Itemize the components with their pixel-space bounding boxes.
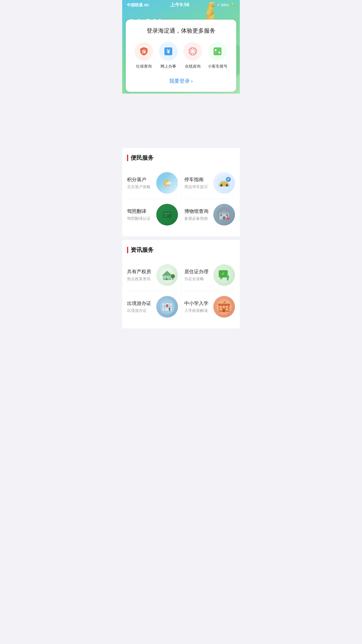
service-hukou-text: 积分落户 北京落户攻略 xyxy=(127,177,156,190)
museum-icon xyxy=(213,204,235,226)
svg-rect-66 xyxy=(224,301,224,304)
consult-icon xyxy=(183,42,202,61)
svg-point-8 xyxy=(215,49,217,51)
info-section: 资讯服务 共有产权房 热点政策资讯 xyxy=(122,240,240,328)
time-label: 上午9:56 xyxy=(170,2,189,8)
svg-rect-20 xyxy=(222,181,224,183)
service-housing-text: 共有产权房 热点政策资讯 xyxy=(127,269,156,282)
social-security-icon: 保 xyxy=(135,42,153,61)
svg-rect-45 xyxy=(173,278,173,280)
svg-text:¥: ¥ xyxy=(167,48,170,55)
svg-rect-63 xyxy=(220,309,222,310)
svg-rect-41 xyxy=(167,276,169,278)
service-hukou[interactable]: 积分落户 北京落户攻略 🌤️ xyxy=(127,167,178,199)
svg-point-44 xyxy=(171,274,175,278)
social-security-label: 社保查询 xyxy=(136,64,152,69)
status-bar: 中国联通 4G 上午9:56 🔒↗88%🔋 xyxy=(122,0,240,9)
info-title-bar xyxy=(127,247,128,253)
login-card: 登录海淀通，体验更多服务 保 社保查询 xyxy=(126,20,236,92)
svg-rect-60 xyxy=(220,306,222,308)
svg-point-9 xyxy=(218,52,220,53)
service-parking[interactable]: 停车指南 周边停车提示 xyxy=(184,167,235,199)
battery-label: 🔒↗88%🔋 xyxy=(211,3,235,7)
service-social-security[interactable]: 保 社保查询 xyxy=(135,42,153,69)
svg-rect-21 xyxy=(224,181,226,183)
school-icon xyxy=(213,296,235,318)
svg-rect-13 xyxy=(164,213,170,214)
login-title: 登录海淀通，体验更多服务 xyxy=(132,27,230,35)
info-title: 资讯服务 xyxy=(127,246,235,254)
convenience-grid: 积分落户 北京落户攻略 🌤️ 驾照翻译 驾照翻译认证 xyxy=(127,167,235,230)
service-online-office[interactable]: ¥ 网上办事 xyxy=(159,42,178,69)
service-car-lottery[interactable]: 小客车摇号 xyxy=(208,42,227,69)
svg-point-24 xyxy=(221,185,222,186)
service-residence-text: 居住证办理 办证全攻略 xyxy=(184,269,213,282)
svg-point-6 xyxy=(192,50,194,52)
service-school-text: 中小学入学 入学政策解读 xyxy=(184,300,213,313)
residence-icon: ✓ xyxy=(213,264,235,286)
online-office-label: 网上办事 xyxy=(160,64,176,69)
svg-rect-61 xyxy=(223,306,225,308)
info-right-col: 居住证办理 办证全攻略 ✓ xyxy=(181,259,235,322)
license-icon xyxy=(156,204,178,226)
service-museum-text: 博物馆查询 参观必备指南 xyxy=(184,208,213,221)
carrier-label: 中国联通 4G xyxy=(127,2,149,8)
svg-point-25 xyxy=(227,185,227,186)
consult-label: 在线咨询 xyxy=(185,64,201,69)
service-residence[interactable]: 居住证办理 办证全攻略 ✓ xyxy=(184,259,235,291)
service-license-text: 驾照翻译 驾照翻译认证 xyxy=(127,208,156,221)
service-housing[interactable]: 共有产权房 热点政策资讯 xyxy=(127,259,178,291)
service-consult[interactable]: 在线咨询 xyxy=(183,42,202,69)
svg-text:P: P xyxy=(227,178,230,181)
title-bar xyxy=(127,155,128,161)
housing-icon xyxy=(156,264,178,286)
hukou-icon: 🌤️ xyxy=(156,172,178,194)
svg-rect-14 xyxy=(164,215,169,215)
service-parking-text: 停车指南 周边停车提示 xyxy=(184,177,213,190)
svg-rect-33 xyxy=(226,214,228,216)
svg-rect-7 xyxy=(214,47,221,55)
svg-rect-42 xyxy=(169,276,171,278)
car-lottery-icon xyxy=(208,42,227,61)
service-museum[interactable]: 博物馆查询 参观必备指南 xyxy=(184,199,235,230)
svg-rect-65 xyxy=(223,309,225,312)
convenience-title: 便民服务 xyxy=(127,154,235,162)
parking-icon: P xyxy=(213,172,235,194)
convenience-left-col: 积分落户 北京落户攻略 🌤️ 驾照翻译 驾照翻译认证 xyxy=(127,167,181,230)
svg-rect-62 xyxy=(226,306,228,308)
convenience-section: 便民服务 积分落户 北京落户攻略 🌤️ 驾照翻译 驾照翻译认证 xyxy=(122,148,240,236)
convenience-right-col: 停车指南 周边停车提示 xyxy=(181,167,235,230)
travel-icon xyxy=(156,296,178,318)
online-office-icon: ¥ xyxy=(159,42,178,61)
info-grid: 共有产权房 热点政策资讯 xyxy=(127,259,235,322)
svg-rect-40 xyxy=(164,276,166,278)
service-travel-text: 出境游办证 出境游办证 xyxy=(127,300,156,313)
login-services: 保 社保查询 ¥ 网上办事 xyxy=(132,42,230,69)
svg-text:✓: ✓ xyxy=(221,271,225,276)
svg-rect-31 xyxy=(223,216,225,219)
login-button[interactable]: 我要登录 › xyxy=(132,76,230,86)
svg-text:保: 保 xyxy=(141,49,146,54)
service-travel[interactable]: 出境游办证 出境游办证 xyxy=(127,291,178,322)
hero-section: 14-31° ☀️ 晴 限行 0/5 空气质量 35 优 登录海淀通，体验更多服… xyxy=(122,0,240,94)
svg-rect-32 xyxy=(220,214,222,216)
svg-point-10 xyxy=(219,50,220,51)
svg-rect-64 xyxy=(226,309,228,310)
car-lottery-label: 小客车摇号 xyxy=(208,64,227,69)
service-school[interactable]: 中小学入学 入学政策解读 xyxy=(184,291,235,322)
svg-rect-56 xyxy=(227,278,229,280)
info-left-col: 共有产权房 热点政策资讯 xyxy=(127,259,181,322)
service-license[interactable]: 驾照翻译 驾照翻译认证 xyxy=(127,199,178,230)
svg-rect-50 xyxy=(169,309,170,311)
svg-rect-15 xyxy=(164,216,167,216)
svg-rect-43 xyxy=(166,278,167,280)
svg-point-11 xyxy=(215,52,216,53)
svg-point-55 xyxy=(226,275,229,278)
